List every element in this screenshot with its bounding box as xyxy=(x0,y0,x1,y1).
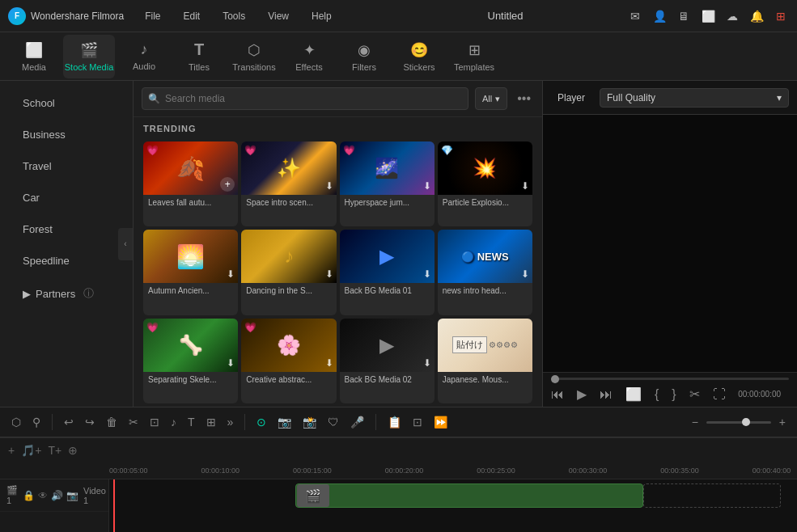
tab-stickers[interactable]: 😊 Stickers xyxy=(393,35,445,78)
shield-button[interactable]: 🛡 xyxy=(324,412,342,432)
download-icon-3[interactable]: ⬇ xyxy=(423,180,431,192)
media-item-2[interactable]: 💗 ✨ ⬇ Space intro scen... xyxy=(241,141,336,226)
speed-button[interactable]: ⏩ xyxy=(430,412,451,432)
media-item-3[interactable]: 💗 🌌 ⬇ Hyperspace jum... xyxy=(340,141,435,226)
download-icon-10[interactable]: ⬇ xyxy=(325,357,333,369)
account-icon[interactable]: 👤 xyxy=(651,8,668,24)
download-icon-9[interactable]: ⬇ xyxy=(227,357,235,369)
add-title-track-button[interactable]: T+ xyxy=(48,444,61,457)
cloud-icon[interactable]: ☁ xyxy=(724,8,740,24)
add-video-track-button[interactable]: + xyxy=(8,444,15,457)
segment-mode-button[interactable]: ⬡ xyxy=(8,412,24,432)
tab-templates[interactable]: ⊞ Templates xyxy=(448,35,500,78)
download-icon-8[interactable]: ⬇ xyxy=(521,268,529,280)
media-item-11[interactable]: ▶ ⬇ Back BG Media 02 xyxy=(340,319,435,403)
menu-view[interactable]: View xyxy=(263,7,294,25)
menu-file[interactable]: File xyxy=(140,7,165,25)
zoom-in-button[interactable]: + xyxy=(776,412,789,432)
thumb-3: 💗 🌌 ⬇ xyxy=(340,141,435,195)
copy-button[interactable]: ⊡ xyxy=(146,412,163,432)
bell-icon[interactable]: 🔔 xyxy=(748,8,765,24)
progress-bar[interactable] xyxy=(551,378,789,380)
add-overlay-button[interactable]: ⊕ xyxy=(68,444,78,457)
content-panel: 🔍 All ▾ ••• TRENDING 💗 🍂 + Leaves fall a… xyxy=(134,81,542,407)
tab-audio[interactable]: ♪ Audio xyxy=(118,35,170,78)
export-icon[interactable]: ⬜ xyxy=(700,8,716,24)
sidebar-item-school[interactable]: School xyxy=(6,89,126,117)
fullscreen-button[interactable]: ⛶ xyxy=(713,387,726,402)
add-audio-track-button[interactable]: 🎵+ xyxy=(21,444,41,457)
media-item-5[interactable]: 🌅 ⬇ Autumn Ancien... xyxy=(143,230,238,315)
download-icon-7[interactable]: ⬇ xyxy=(423,268,431,280)
quality-dropdown[interactable]: Full Quality ▾ xyxy=(600,88,789,108)
stabilize-button[interactable]: ⊙ xyxy=(253,412,269,432)
media-item-1[interactable]: 💗 🍂 + Leaves fall autu... xyxy=(143,141,238,226)
cut-button[interactable]: ✂ xyxy=(125,412,142,432)
magnet-button[interactable]: ⚲ xyxy=(29,412,44,432)
sidebar-item-travel[interactable]: Travel xyxy=(6,152,126,180)
media-item-7[interactable]: ▶ ⬇ Back BG Media 01 xyxy=(340,230,435,315)
download-icon-5[interactable]: ⬇ xyxy=(227,268,235,280)
undo-button[interactable]: ↩ xyxy=(61,412,77,432)
sidebar-item-forest[interactable]: Forest xyxy=(6,215,126,243)
send-icon[interactable]: ✉ xyxy=(627,8,643,24)
monitor-icon[interactable]: 🖥 xyxy=(676,8,692,24)
sidebar-collapse-btn[interactable]: ‹ xyxy=(118,228,133,260)
tab-filters[interactable]: ◉ Filters xyxy=(338,35,390,78)
tab-stock-media[interactable]: 🎬 Stock Media xyxy=(63,35,115,78)
download-icon-6[interactable]: ⬇ xyxy=(325,268,333,280)
download-icon-4[interactable]: ⬇ xyxy=(521,180,529,192)
sidebar-item-partners[interactable]: ▶ Partners ⓘ xyxy=(6,278,126,309)
media-item-9[interactable]: 💗 🦴 ⬇ Separating Skele... xyxy=(143,319,238,403)
sidebar-item-business[interactable]: Business xyxy=(6,120,126,149)
menu-tools[interactable]: Tools xyxy=(218,7,250,25)
clip-button[interactable]: ✂ xyxy=(689,386,700,402)
screenshot-button[interactable]: 📸 xyxy=(299,412,320,432)
track-audio-button[interactable]: 🔊 xyxy=(51,490,63,501)
media-item-8[interactable]: 🔵 NEWS ⬇ news intro head... xyxy=(438,230,532,315)
split-button[interactable]: ⊡ xyxy=(409,412,426,432)
clip-info-button[interactable]: 📋 xyxy=(384,412,405,432)
redo-button[interactable]: ↪ xyxy=(82,412,98,432)
track-lock-button[interactable]: 🔒 xyxy=(23,490,35,501)
download-icon-11[interactable]: ⬇ xyxy=(423,357,431,369)
audio-button[interactable]: ♪ xyxy=(167,412,180,432)
track-camera-button[interactable]: 📷 xyxy=(66,490,78,501)
tab-transitions[interactable]: ⬡ Transitions xyxy=(228,35,280,78)
tab-media[interactable]: ⬜ Media xyxy=(8,35,60,78)
media-item-6[interactable]: ♪ ⬇ Dancing in the S... xyxy=(241,230,336,315)
menu-edit[interactable]: Edit xyxy=(179,7,206,25)
play-button[interactable]: ▶ xyxy=(577,386,587,402)
sidebar-item-speedline[interactable]: Speedline xyxy=(6,247,126,275)
menu-help[interactable]: Help xyxy=(307,7,337,25)
media-item-10[interactable]: 💗 🌸 ⬇ Creative abstrac... xyxy=(241,319,336,403)
tab-titles[interactable]: T Titles xyxy=(173,35,225,78)
templates-icon: ⊞ xyxy=(468,41,481,59)
track-eye-button[interactable]: 👁 xyxy=(38,490,48,501)
mark-out-button[interactable]: } xyxy=(672,387,676,402)
tab-effects[interactable]: ✦ Effects xyxy=(283,35,335,78)
more-options-button[interactable]: ••• xyxy=(514,91,534,106)
grid-icon[interactable]: ⊞ xyxy=(773,8,789,24)
delete-button[interactable]: 🗑 xyxy=(103,412,121,432)
camera-button[interactable]: 📷 xyxy=(274,412,295,432)
filter-dropdown[interactable]: All ▾ xyxy=(475,87,507,110)
zoom-out-button[interactable]: − xyxy=(689,412,702,432)
media-item-4[interactable]: 💎 💥 ⬇ Particle Explosio... xyxy=(438,141,532,226)
mic-button[interactable]: 🎤 xyxy=(347,412,367,432)
text-button[interactable]: T xyxy=(184,412,198,432)
prev-frame-button[interactable]: ⏮ xyxy=(551,387,564,402)
crop-button[interactable]: ⊞ xyxy=(203,412,219,432)
search-input[interactable] xyxy=(142,87,468,110)
download-icon-2[interactable]: ⬇ xyxy=(325,180,333,192)
media-item-12[interactable]: 貼付け ⚙⚙⚙⚙ Japanese. Mous... xyxy=(438,319,532,403)
zoom-slider[interactable] xyxy=(706,421,771,424)
more-effects-button[interactable]: » xyxy=(224,412,237,432)
add-btn-1[interactable]: + xyxy=(220,177,235,192)
mark-in-button[interactable]: { xyxy=(655,387,659,402)
video-clip[interactable]: 🎬 xyxy=(295,483,643,508)
next-frame-button[interactable]: ⏭ xyxy=(600,387,613,402)
stop-button[interactable]: ⬜ xyxy=(625,386,642,402)
sidebar-item-car[interactable]: Car xyxy=(6,184,126,212)
player-tab[interactable]: Player xyxy=(551,89,591,107)
